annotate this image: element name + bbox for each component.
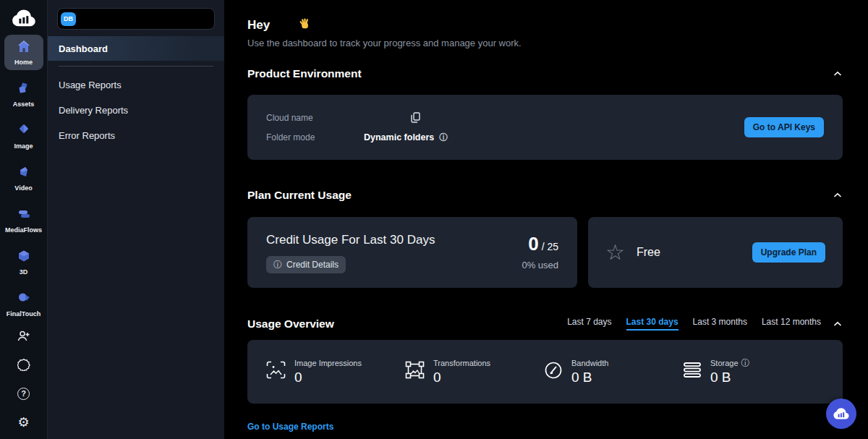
transformations-icon	[405, 361, 425, 382]
image-impressions-icon	[266, 361, 286, 382]
greeting-text: Hey	[247, 18, 270, 33]
metric-text: Bandwidth 0 B	[571, 359, 608, 385]
cloud-name-label: Cloud name	[266, 113, 364, 123]
settings-icon[interactable]: ⚙	[17, 415, 31, 430]
wave-emoji	[299, 17, 311, 33]
rail-item-video[interactable]: Video	[4, 161, 43, 196]
sidebar-item-label: Delivery Reports	[59, 105, 128, 116]
image-icon	[17, 124, 31, 140]
environment-selector[interactable]: DB	[57, 8, 215, 30]
mediaflows-icon	[17, 208, 31, 223]
credit-usage-card: Credit Usage For Last 30 Days ⓘ Credit D…	[247, 217, 577, 288]
metric-image-impressions: Image Impressions 0	[266, 359, 405, 385]
chevron-up-icon[interactable]	[833, 192, 843, 199]
sidebar-item-usage-reports[interactable]: Usage Reports	[48, 72, 224, 97]
sidebar-item-label: Error Reports	[59, 130, 115, 141]
chevron-up-icon[interactable]	[833, 70, 843, 77]
storage-icon	[683, 361, 702, 382]
rail-item-finaltouch[interactable]: FinalTouch	[4, 286, 43, 322]
cloud-name-value	[364, 112, 448, 123]
main-content: Hey Use the dashboard to track your prog…	[224, 0, 868, 439]
rail-item-label: Video	[14, 184, 32, 192]
usage-metrics-card: Image Impressions 0 Transform	[247, 340, 843, 404]
product-environment-card: Cloud name Folder mode Dynamic folders ⓘ…	[247, 95, 843, 160]
star-icon: ☆	[605, 242, 625, 263]
rail-item-home[interactable]: Home	[4, 35, 43, 70]
section-title: Usage Overview	[247, 317, 334, 331]
metric-storage: Storage ⓘ 0 B	[683, 359, 822, 385]
rail-utility-section: ? ⚙ KM	[0, 328, 48, 439]
sidebar-item-dashboard[interactable]: Dashboard	[48, 36, 224, 61]
metric-value: 0	[433, 370, 490, 385]
plan-cards-row: Credit Usage For Last 30 Days ⓘ Credit D…	[247, 217, 843, 288]
cloudinary-fab-button[interactable]	[826, 398, 856, 429]
video-icon	[17, 166, 31, 182]
sidebar-item-label: Usage Reports	[59, 80, 122, 90]
info-icon: ⓘ	[273, 260, 282, 269]
icon-rail: Home Assets Image Video MediaFlows	[0, 0, 48, 439]
time-filters: Last 7 days Last 30 days Last 3 months L…	[567, 317, 821, 331]
info-icon[interactable]: ⓘ	[741, 359, 750, 367]
credits-used: 0	[528, 233, 538, 255]
chevron-up-icon[interactable]	[833, 320, 843, 328]
info-icon[interactable]: ⓘ	[439, 133, 448, 142]
folder-mode-value: Dynamic folders ⓘ	[364, 132, 448, 142]
home-icon	[17, 40, 31, 56]
metric-label: Storage ⓘ	[710, 359, 750, 367]
assets-icon	[17, 82, 31, 98]
metric-label: Bandwidth	[571, 359, 608, 367]
folder-mode-text: Dynamic folders	[364, 132, 434, 142]
go-to-usage-reports-link[interactable]: Go to Usage Reports	[247, 422, 333, 432]
secondary-sidebar: DB Dashboard Usage Reports Delivery Repo…	[48, 0, 224, 439]
environment-badge: DB	[61, 12, 76, 26]
folder-mode-label: Folder mode	[266, 132, 364, 142]
metric-text: Image Impressions 0	[294, 359, 362, 385]
help-icon[interactable]: ?	[17, 386, 31, 401]
credit-details-button[interactable]: ⓘ Credit Details	[266, 256, 346, 273]
credit-usage-title: Credit Usage For Last 30 Days	[266, 233, 435, 247]
filter-last-7-days[interactable]: Last 7 days	[567, 317, 611, 331]
cloudinary-logo[interactable]	[8, 7, 40, 29]
help-glyph: ?	[17, 388, 30, 400]
rail-item-mediaflows[interactable]: MediaFlows	[4, 203, 43, 238]
rail-item-image[interactable]: Image	[4, 119, 43, 154]
filter-last-30-days[interactable]: Last 30 days	[626, 317, 678, 331]
filter-last-3-months[interactable]: Last 3 months	[693, 317, 747, 331]
plan-card: ☆ Free Upgrade Plan	[588, 217, 843, 288]
metric-bandwidth: Bandwidth 0 B	[544, 359, 683, 385]
copy-icon[interactable]	[411, 112, 420, 123]
plan-usage-header: Plan Current Usage	[247, 189, 843, 202]
badge-icon[interactable]	[17, 357, 31, 372]
section-title: Plan Current Usage	[247, 189, 352, 202]
add-user-icon[interactable]	[17, 328, 31, 343]
metric-value: 0	[294, 370, 362, 385]
rail-item-label: MediaFlows	[5, 226, 42, 234]
go-to-api-keys-button[interactable]: Go to API Keys	[744, 117, 824, 137]
credit-usage-left: Credit Usage For Last 30 Days ⓘ Credit D…	[266, 233, 435, 272]
rail-item-assets[interactable]: Assets	[4, 77, 43, 112]
plan-name: Free	[637, 246, 660, 259]
sidebar-item-delivery-reports[interactable]: Delivery Reports	[48, 98, 224, 122]
rail-item-3d[interactable]: 3D	[4, 244, 43, 280]
cloud-bars-icon	[833, 406, 850, 421]
product-environment-header: Product Environment	[247, 67, 843, 80]
environment-details: Cloud name Folder mode Dynamic folders ⓘ	[266, 112, 448, 142]
metric-text: Transformations 0	[433, 359, 490, 385]
credit-limit: 25	[547, 241, 558, 252]
gear-glyph: ⚙	[17, 416, 29, 429]
metric-label: Image Impressions	[294, 359, 362, 367]
rail-item-label: Image	[14, 142, 33, 150]
rail-item-label: FinalTouch	[7, 310, 41, 317]
sidebar-item-error-reports[interactable]: Error Reports	[48, 123, 224, 148]
metric-text: Storage ⓘ 0 B	[710, 359, 750, 385]
usage-overview-header: Usage Overview Last 7 days Last 30 days …	[247, 317, 843, 331]
greeting-row: Hey	[247, 17, 843, 33]
finaltouch-icon	[17, 291, 31, 307]
app-window: Home Assets Image Video MediaFlows	[0, 0, 868, 439]
3d-icon	[17, 250, 31, 265]
filter-last-12-months[interactable]: Last 12 months	[762, 317, 821, 331]
rail-item-label: Home	[14, 59, 33, 66]
upgrade-plan-button[interactable]: Upgrade Plan	[752, 242, 825, 263]
bandwidth-icon	[544, 361, 563, 382]
credit-usage-right: 0 / 25 0% used	[522, 233, 558, 272]
